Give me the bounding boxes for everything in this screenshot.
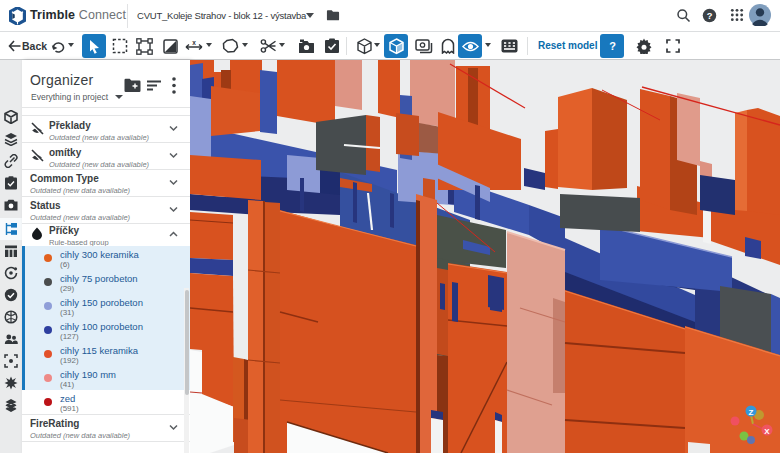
- svg-text:x: x: [192, 40, 196, 46]
- svg-text:?: ?: [609, 40, 616, 52]
- svg-text:X: X: [764, 427, 770, 436]
- svg-text:?: ?: [707, 11, 713, 21]
- svg-text:Z: Z: [749, 408, 754, 417]
